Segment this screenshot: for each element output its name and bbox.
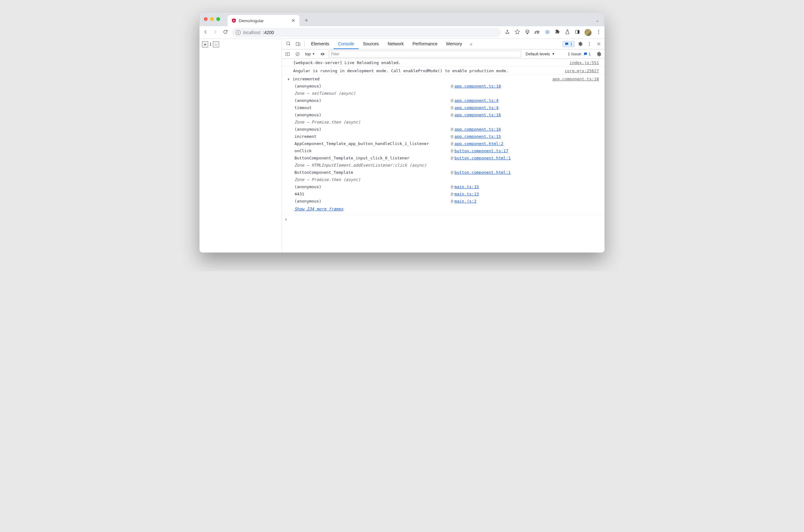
svg-point-4: [547, 31, 548, 33]
frame-location-link[interactable]: app.component.ts:4: [455, 97, 499, 104]
browser-tab[interactable]: DemoAngular ✕: [228, 15, 300, 26]
clear-console-icon[interactable]: [294, 52, 301, 57]
traffic-light-minimize[interactable]: [210, 17, 214, 21]
issues-label: 1 Issue:: [568, 52, 582, 56]
frame-function: Zone — HTMLInputElement.addEventListener…: [294, 162, 451, 169]
traffic-light-close[interactable]: [204, 17, 208, 21]
share-icon[interactable]: [504, 29, 510, 36]
extension-flask-icon[interactable]: [564, 29, 570, 36]
new-tab-button[interactable]: ＋: [302, 16, 311, 24]
devtools-close-icon[interactable]: [595, 42, 603, 46]
stack-frame: Zone — setTimeout (async): [294, 90, 605, 97]
console-sidebar-toggle-icon[interactable]: [284, 52, 291, 57]
extension-incognito-icon[interactable]: [535, 29, 540, 36]
extension-target-icon[interactable]: [544, 29, 550, 36]
svg-point-9: [598, 33, 599, 34]
url-path: :4200: [263, 30, 274, 35]
profile-avatar[interactable]: [585, 29, 591, 36]
close-tab-icon[interactable]: ✕: [291, 18, 296, 23]
console-prompt[interactable]: [282, 215, 605, 225]
frame-at-symbol: @: [451, 104, 455, 111]
extensions-puzzle-icon[interactable]: [555, 29, 560, 36]
tab-console[interactable]: Console: [333, 39, 358, 49]
console-output: [webpack-dev-server] Live Reloading enab…: [282, 59, 605, 252]
console-settings-icon[interactable]: [596, 51, 601, 57]
back-button[interactable]: [203, 29, 208, 36]
frame-location-link[interactable]: app.component.html:2: [455, 140, 503, 147]
forward-button[interactable]: [213, 29, 218, 36]
frame-at-symbol: @: [451, 148, 455, 154]
traffic-light-zoom[interactable]: [216, 17, 220, 21]
frame-location-link[interactable]: main.js:2: [455, 198, 476, 205]
frame-location-link[interactable]: main.ts:15: [455, 184, 479, 190]
stack-frame: (anonymous)@ app.component.ts:4: [294, 97, 605, 104]
devtools-settings-icon[interactable]: [576, 41, 584, 46]
log-source-link[interactable]: core.mjs:25627: [564, 68, 599, 74]
stack-trace: ▼ incremented app.component.ts:18 (anony…: [282, 75, 605, 215]
execution-context-selector[interactable]: top ▼: [304, 52, 317, 56]
show-more-frames-link[interactable]: Show 234 more frames: [288, 205, 344, 213]
stack-frame: (anonymous)@ app.component.ts:18: [294, 82, 605, 90]
address-bar[interactable]: i localhost:4200: [232, 28, 501, 37]
tab-sources[interactable]: Sources: [359, 39, 383, 49]
frame-function: Zone — Promise.then (async): [294, 119, 451, 125]
trace-origin-link[interactable]: app.component.ts:18: [552, 76, 599, 82]
console-filter-input[interactable]: Filter: [329, 51, 521, 58]
frame-function: onClick: [294, 148, 451, 154]
frame-location-link[interactable]: app.component.ts:4: [455, 104, 499, 111]
frame-at-symbol: @: [451, 198, 455, 205]
frame-location-link[interactable]: app.component.ts:15: [455, 133, 501, 140]
svg-point-0: [526, 30, 529, 33]
stack-frame: 4431@ main.ts:13: [294, 190, 605, 197]
frame-function: Zone — setTimeout (async): [294, 90, 451, 97]
frame-function: (anonymous): [294, 112, 451, 118]
tab-memory[interactable]: Memory: [442, 39, 467, 49]
issue-chip: 1: [583, 52, 591, 56]
issues-counter[interactable]: 1 Issue: 1: [566, 52, 593, 56]
reload-button[interactable]: [223, 29, 228, 36]
filter-placeholder: Filter: [331, 52, 340, 56]
trace-message: incremented: [292, 76, 320, 82]
tab-network[interactable]: Network: [383, 39, 408, 49]
frame-at-symbol: @: [451, 83, 455, 89]
frame-location-link[interactable]: button.component.html:1: [455, 169, 511, 176]
more-tabs-icon[interactable]: »: [466, 39, 476, 49]
console-messages-badge[interactable]: 1: [562, 41, 575, 47]
frame-location-link[interactable]: app.component.ts:16: [455, 126, 501, 133]
frame-at-symbol: @: [451, 112, 455, 118]
tab-elements[interactable]: Elements: [307, 39, 333, 49]
frame-location-link[interactable]: button.component.html:1: [455, 155, 511, 161]
trace-header[interactable]: ▼ incremented app.component.ts:18: [288, 76, 605, 82]
bookmark-star-icon[interactable]: [515, 29, 520, 36]
extension-panel-icon[interactable]: [575, 29, 580, 36]
disclosure-triangle-icon[interactable]: ▼: [288, 76, 291, 82]
chat-icon: [564, 42, 569, 46]
console-toolbar: top ▼ Filter Default levels ▼ 1 Issue:: [282, 50, 605, 59]
tab-search-button[interactable]: [595, 19, 599, 25]
site-info-icon[interactable]: i: [236, 30, 241, 35]
frame-location-link[interactable]: button.component.ts:17: [455, 148, 508, 154]
live-expression-icon[interactable]: [319, 52, 326, 57]
devtools-menu-icon[interactable]: [585, 41, 593, 46]
frame-location-link[interactable]: app.component.ts:16: [455, 112, 501, 118]
extension-skull-icon[interactable]: [524, 29, 530, 36]
frame-location-link[interactable]: main.ts:13: [455, 191, 479, 197]
log-levels-selector[interactable]: Default levels ▼: [523, 52, 557, 56]
svg-point-15: [589, 45, 590, 46]
tab-performance[interactable]: Performance: [408, 39, 442, 49]
frame-function: ButtonComponent_Template: [294, 169, 451, 176]
frame-function: (anonymous): [294, 184, 451, 190]
frame-location-link[interactable]: app.component.ts:18: [455, 83, 501, 89]
device-toolbar-icon[interactable]: [293, 39, 303, 49]
stack-frame: timeout@ app.component.ts:4: [294, 104, 605, 111]
frame-function: timeout: [294, 104, 451, 111]
increment-button[interactable]: +: [202, 41, 208, 48]
log-source-link[interactable]: index.js:551: [570, 59, 599, 66]
stack-frame: AppComponent_Template_app_button_handleC…: [294, 140, 605, 147]
messages-count: 1: [570, 42, 572, 46]
inspect-element-icon[interactable]: [284, 39, 293, 49]
frame-at-symbol: @: [451, 169, 455, 176]
decrement-button[interactable]: -: [213, 41, 219, 48]
counter-value: 1: [208, 42, 213, 47]
chrome-menu-icon[interactable]: [596, 29, 601, 36]
